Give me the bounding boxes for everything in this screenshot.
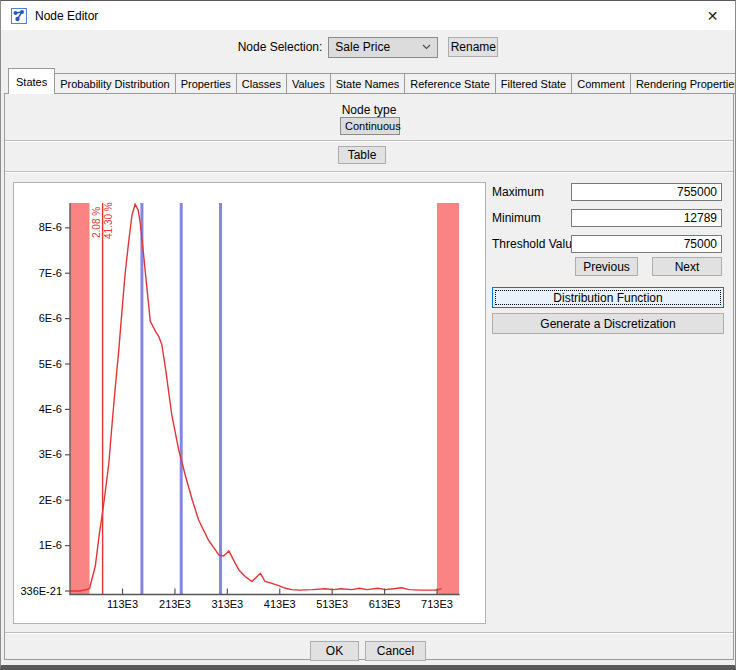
node-selection-row: Node Selection: Sale Price Rename [1,30,735,64]
y-tick-label: 8E-6 [39,221,62,233]
node-type-value: Continuous [345,120,401,132]
threshold-value-label: Threshold Value [492,237,579,251]
maximum-field[interactable] [571,183,722,201]
states-distribution-chart[interactable]: 2.08 %41.30 %8E-67E-66E-65E-64E-63E-62E-… [14,183,485,623]
distribution-function-button[interactable]: Distribution Function [492,287,724,308]
next-button[interactable]: Next [652,257,722,276]
x-tick-label: 413E3 [264,598,296,610]
tab-classes[interactable]: Classes [236,73,287,94]
tab-values[interactable]: Values [286,73,331,94]
x-tick-label: 213E3 [159,598,191,610]
tab-rendering-properties[interactable]: Rendering Properties [630,73,736,94]
tab-reference-state[interactable]: Reference State [404,73,496,94]
threshold-value-field[interactable] [571,235,722,253]
threshold-percent-right: 41.30 % [103,202,114,239]
tab-properties[interactable]: Properties [175,73,237,94]
chevron-down-icon [422,44,431,50]
divider [5,172,733,173]
censored-band [437,203,459,595]
node-type-label: Node type [5,103,733,117]
states-tab-panel: Node type Continuous Table 2.08 %41.30 %… [4,93,734,660]
y-tick-label: 336E-21 [20,585,62,597]
node-editor-dialog: Node Editor ✕ Node Selection: Sale Price… [0,0,736,670]
y-tick-label: 7E-6 [39,267,62,279]
divider [5,141,733,142]
previous-button[interactable]: Previous [575,257,638,276]
x-tick-label: 713E3 [421,598,453,610]
minimum-field[interactable] [571,209,722,227]
tab-probability-distribution[interactable]: Probability Distribution [54,73,175,94]
table-button[interactable]: Table [338,146,386,164]
distribution-chart-panel: 2.08 %41.30 %8E-67E-66E-65E-64E-63E-62E-… [13,182,486,624]
y-tick-label: 1E-6 [39,539,62,551]
maximum-label: Maximum [492,185,544,199]
tab-state-names[interactable]: State Names [330,73,406,94]
rename-button[interactable]: Rename [448,37,498,57]
node-type-dropdown[interactable]: Continuous [340,117,400,135]
tab-comment[interactable]: Comment [571,73,631,94]
node-selection-label: Node Selection: [238,40,323,54]
title-bar: Node Editor ✕ [1,1,735,30]
cancel-button[interactable]: Cancel [365,641,426,661]
footer-divider [5,633,733,634]
minimum-label: Minimum [492,211,541,225]
density-curve [70,204,442,591]
x-tick-label: 613E3 [369,598,401,610]
window-title: Node Editor [35,9,98,23]
close-icon[interactable]: ✕ [690,1,735,30]
node-selector-value: Sale Price [335,40,390,54]
tab-filtered-state[interactable]: Filtered State [495,73,572,94]
threshold-percent-left: 2.08 % [91,207,102,238]
tab-strip: States Probability Distribution Properti… [9,68,736,94]
y-tick-label: 5E-6 [39,358,62,370]
ok-button[interactable]: OK [310,641,359,661]
censored-band [70,203,90,595]
y-tick-label: 4E-6 [39,403,62,415]
y-tick-label: 6E-6 [39,312,62,324]
x-tick-label: 113E3 [107,598,138,610]
y-tick-label: 3E-6 [39,448,62,460]
node-selector-dropdown[interactable]: Sale Price [328,37,438,58]
x-tick-label: 313E3 [211,598,243,610]
y-tick-label: 2E-6 [39,494,62,506]
x-tick-label: 513E3 [316,598,348,610]
app-icon [11,8,27,24]
tab-states[interactable]: States [8,68,55,94]
generate-discretization-button[interactable]: Generate a Discretization [492,313,724,334]
